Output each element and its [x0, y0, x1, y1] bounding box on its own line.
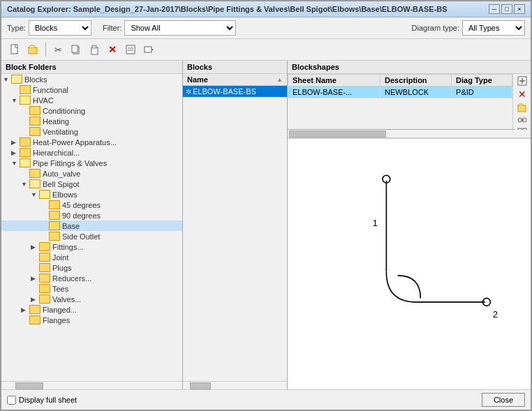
folder-icon-tees: [39, 284, 50, 293]
blockshape-row[interactable]: ELBOW-BASE-... NEWBLOCK P&ID: [288, 87, 512, 98]
tree-item-45-degrees[interactable]: 45 degrees: [1, 200, 182, 210]
blockshapes-header: Blockshapes: [288, 61, 531, 74]
tree-item-elbows[interactable]: ▼ Elbows: [1, 189, 182, 200]
left-hscroll[interactable]: [1, 381, 182, 389]
tree-item-auto-valve[interactable]: Auto_valve: [1, 168, 182, 179]
close-button[interactable]: Close: [482, 393, 525, 407]
middle-hscroll[interactable]: [183, 381, 287, 389]
tree-label-ventilating: Ventilating: [43, 128, 78, 136]
folder-icon-reducers: [39, 274, 50, 283]
tree-item-fittings[interactable]: ▶ Fittings...: [1, 241, 182, 252]
cell-description: NEWBLOCK: [380, 87, 452, 98]
tree-item-heating[interactable]: Heating: [1, 116, 182, 126]
tree-label-pipe-fittings: Pipe Fittings & Valves: [33, 159, 107, 167]
type-group: Type: Blocks: [7, 20, 91, 36]
delete-shape-button[interactable]: ✕: [515, 88, 530, 100]
tree-item-valves[interactable]: ▶ Valves...: [1, 294, 182, 304]
block-folders-header: Block Folders: [1, 61, 182, 74]
open-icon: [28, 44, 39, 55]
link-button[interactable]: [515, 114, 530, 126]
window-title: Catalog Explorer: Sample_Design_27-Jan-2…: [7, 5, 489, 13]
tree-label-hierarchical: Hierarchical...: [33, 149, 80, 157]
tree-item-bell-spigot[interactable]: ▼ Bell Spigot: [1, 179, 182, 189]
tree-item-hierarchical[interactable]: ▶ Hierarchical...: [1, 147, 182, 158]
left-scroll-area: ▼ Blocks Functional ▼ HVAC: [1, 74, 182, 381]
tree-label-joint: Joint: [52, 253, 68, 262]
col-sheet-name[interactable]: Sheet Name: [288, 75, 380, 87]
folder-icon-ventilating: [29, 127, 40, 136]
tree-item-base[interactable]: Base: [1, 221, 182, 231]
table-hscroll[interactable]: [288, 130, 531, 138]
tree-item-flanged[interactable]: ▶ Flanged...: [1, 304, 182, 315]
tree-label-functional: Functional: [33, 86, 68, 94]
block-folders-tree: ▼ Blocks Functional ▼ HVAC: [1, 74, 182, 381]
tree-label-hvac: HVAC: [33, 96, 54, 105]
add-shape-button[interactable]: [515, 75, 530, 87]
paste-icon: [89, 44, 100, 55]
type-label: Type:: [7, 24, 26, 32]
browse-icon: [517, 103, 527, 112]
maximize-button[interactable]: □: [501, 4, 512, 14]
panel-middle: Blocks Name ▲ ✻ ELBOW-BASE-BS: [183, 61, 288, 389]
tree-item-90-degrees[interactable]: 90 degrees: [1, 210, 182, 221]
main-content: Block Folders ▼ Blocks Functional: [1, 61, 531, 389]
tree-item-pipe-fittings[interactable]: ▼ Pipe Fittings & Valves: [1, 158, 182, 168]
new-icon: [10, 44, 21, 55]
tree-item-blocks[interactable]: ▼ Blocks: [1, 74, 182, 84]
folder-icon-bell-spigot: [29, 179, 40, 188]
tree-item-hvac[interactable]: ▼ HVAC: [1, 95, 182, 105]
paste-button[interactable]: [86, 41, 103, 58]
tree-label-conditioning: Conditioning: [43, 107, 85, 115]
tree-item-joint[interactable]: Joint: [1, 252, 182, 262]
delete-button[interactable]: ✕: [104, 41, 121, 58]
tree-label-90: 90 degrees: [62, 211, 101, 220]
cell-diag-type: P&ID: [452, 87, 512, 98]
svg-rect-13: [518, 105, 526, 112]
tree-item-ventilating[interactable]: Ventilating: [1, 126, 182, 137]
diagram-label: Diagram type:: [412, 24, 459, 32]
copy-icon: [71, 44, 82, 55]
svg-rect-9: [145, 47, 152, 52]
display-full-sheet-checkbox[interactable]: [7, 396, 16, 405]
copy-button[interactable]: [68, 41, 84, 58]
rename-button[interactable]: [122, 41, 139, 58]
col-description[interactable]: Description: [380, 75, 452, 87]
folder-icon-conditioning: [29, 106, 40, 115]
block-item-elbow-base-bs[interactable]: ✻ ELBOW-BASE-BS: [183, 86, 287, 97]
diagram-select[interactable]: All Types: [462, 20, 525, 36]
svg-text:2: 2: [493, 309, 498, 320]
svg-rect-3: [72, 45, 77, 52]
tree-item-conditioning[interactable]: Conditioning: [1, 105, 182, 116]
arrow-heat-power: ▶: [11, 139, 20, 146]
folder-icon-hierarchical: [20, 148, 31, 157]
svg-rect-1: [29, 47, 37, 54]
minimize-button[interactable]: ─: [489, 4, 500, 14]
tree-item-heat-power[interactable]: ▶ Heat-Power Apparatus...: [1, 137, 182, 147]
tree-item-plugs[interactable]: Plugs: [1, 262, 182, 273]
title-bar: Catalog Explorer: Sample_Design_27-Jan-2…: [1, 1, 531, 17]
new-button[interactable]: [7, 41, 24, 58]
folder-icon-plugs: [39, 263, 50, 272]
tree-item-flanges[interactable]: Flanges: [1, 315, 182, 325]
tree-item-tees[interactable]: Tees: [1, 283, 182, 294]
close-window-button[interactable]: ×: [514, 4, 525, 14]
folder-icon-valves: [39, 294, 50, 304]
cut-button[interactable]: ✂: [50, 41, 66, 58]
svg-text:1: 1: [373, 218, 378, 228]
filter-select[interactable]: Show All: [124, 20, 236, 36]
tree-label-fittings: Fittings...: [52, 243, 84, 251]
tree-item-functional[interactable]: Functional: [1, 84, 182, 95]
tree-label-45: 45 degrees: [62, 201, 101, 209]
tree-item-side-outlet[interactable]: Side Outlet: [1, 231, 182, 241]
move-button[interactable]: [140, 41, 157, 58]
blocks-col-name: Name: [187, 75, 208, 84]
folder-icon-functional: [20, 85, 31, 94]
blocks-scroll-inner: ✻ ELBOW-BASE-BS: [183, 86, 287, 381]
type-select[interactable]: Blocks: [29, 20, 91, 36]
folder-icon-flanged: [29, 305, 40, 314]
block-item-label: ELBOW-BASE-BS: [193, 87, 256, 96]
open-button[interactable]: [25, 41, 42, 58]
col-diag-type[interactable]: Diag Type: [452, 75, 512, 87]
tree-item-reducers[interactable]: ▶ Reducers...: [1, 273, 182, 283]
browse-shape-button[interactable]: [515, 102, 530, 113]
